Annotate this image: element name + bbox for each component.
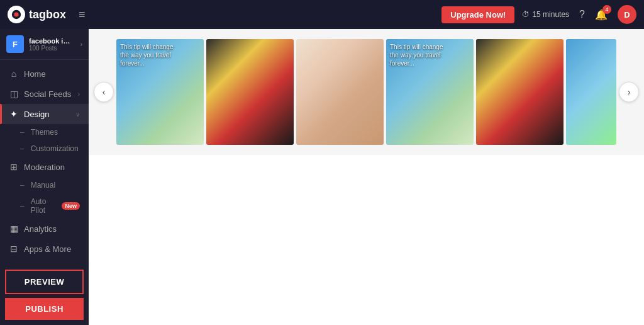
- sidebar-item-home[interactable]: ⌂ Home: [0, 64, 89, 84]
- design-chevron-icon: ∨: [75, 111, 80, 118]
- image-thumb-5[interactable]: [476, 39, 564, 145]
- sidebar-item-themes[interactable]: – Themes: [0, 124, 89, 140]
- sidebar-item-analytics[interactable]: ▦ Analytics: [0, 219, 89, 239]
- timer-item: ⏱ 15 minutes: [522, 10, 569, 19]
- nav-icon-group: ⏱ 15 minutes ? 🔔 4 D: [522, 5, 636, 24]
- user-avatar[interactable]: D: [618, 5, 636, 24]
- upgrade-button[interactable]: Upgrade Now!: [441, 6, 514, 23]
- main-layout: F facebook imper... 100 Posts › ⌂ Home ◫…: [0, 29, 644, 325]
- sidebar-item-social-feeds-label: Social Feeds: [24, 89, 73, 99]
- sidebar-item-home-label: Home: [24, 69, 80, 79]
- top-nav: tagbox ≡ Upgrade Now! ⏱ 15 minutes ? 🔔 4…: [0, 0, 644, 29]
- moderation-icon: ⊞: [9, 162, 19, 172]
- image-thumb-1[interactable]: This tip will change the way you travel …: [116, 39, 204, 145]
- image-thumb-2[interactable]: [206, 39, 294, 145]
- analytics-icon: ▦: [9, 224, 19, 234]
- social-feeds-icon: ◫: [9, 89, 19, 99]
- sidebar-item-autopilot-label: Auto Pilot: [31, 197, 57, 215]
- next-button[interactable]: ›: [619, 82, 639, 102]
- sidebar: F facebook imper... 100 Posts › ⌂ Home ◫…: [0, 29, 89, 325]
- notification-bell[interactable]: 🔔 4: [595, 9, 608, 21]
- account-chevron-icon: ›: [80, 41, 82, 48]
- notification-badge: 4: [602, 5, 611, 14]
- help-icon[interactable]: ?: [579, 9, 585, 20]
- sidebar-item-themes-label: Themes: [31, 128, 58, 137]
- logo-icon: [8, 6, 25, 23]
- logo-text: tagbox: [29, 8, 66, 21]
- design-icon: ✦: [9, 109, 19, 119]
- sidebar-item-moderation[interactable]: ⊞ Moderation: [0, 157, 89, 177]
- sidebar-item-analytics-label: Analytics: [24, 224, 80, 234]
- white-area: [89, 155, 644, 325]
- apps-more-icon: ⊟: [9, 244, 19, 254]
- image-1-overlay: This tip will change the way you travel …: [120, 43, 177, 67]
- logo: tagbox: [8, 6, 66, 23]
- sidebar-item-design-label: Design: [24, 110, 70, 119]
- svg-point-1: [14, 12, 18, 16]
- image-thumb-6[interactable]: [566, 39, 616, 145]
- account-name: facebook imper...: [29, 37, 75, 45]
- customization-dash: –: [20, 144, 25, 153]
- sidebar-item-manual-label: Manual: [31, 181, 55, 190]
- nav-section: ⌂ Home ◫ Social Feeds › ✦ Design ∨ – The…: [0, 60, 89, 263]
- account-info: facebook imper... 100 Posts: [29, 37, 75, 52]
- image-4-overlay: This tip will change the way you travel …: [390, 43, 447, 67]
- sidebar-item-manual[interactable]: – Manual: [0, 177, 89, 193]
- sidebar-item-moderation-label: Moderation: [24, 162, 80, 172]
- sidebar-item-autopilot[interactable]: – Auto Pilot New: [0, 193, 89, 219]
- themes-dash: –: [20, 128, 25, 137]
- image-strip: ‹ This tip will change the way you trave…: [89, 29, 644, 155]
- publish-button[interactable]: PUBLISH: [5, 298, 84, 320]
- account-header[interactable]: F facebook imper... 100 Posts ›: [0, 29, 89, 60]
- sidebar-item-apps-more-label: Apps & More: [24, 244, 80, 254]
- sidebar-item-apps-more[interactable]: ⊟ Apps & More: [0, 239, 89, 259]
- clock-icon: ⏱: [522, 10, 530, 19]
- sidebar-item-social-feeds[interactable]: ◫ Social Feeds ›: [0, 84, 89, 104]
- timer-text: 15 minutes: [532, 10, 569, 19]
- social-feeds-chevron-icon: ›: [78, 91, 80, 98]
- content-area: ‹ This tip will change the way you trave…: [89, 29, 644, 325]
- account-posts: 100 Posts: [29, 45, 75, 52]
- sidebar-bottom: PREVIEW PUBLISH: [0, 265, 89, 325]
- image-thumb-3[interactable]: [296, 39, 384, 145]
- new-badge: New: [62, 202, 80, 210]
- hamburger-icon[interactable]: ≡: [79, 8, 86, 21]
- home-icon: ⌂: [9, 69, 19, 79]
- autopilot-dash: –: [20, 202, 25, 210]
- sidebar-item-design[interactable]: ✦ Design ∨: [0, 104, 89, 124]
- manual-dash: –: [20, 181, 25, 190]
- sidebar-item-customization-label: Customization: [31, 144, 79, 153]
- sidebar-item-customization[interactable]: – Customization: [0, 140, 89, 157]
- images-container: This tip will change the way you travel …: [116, 39, 616, 145]
- image-thumb-4[interactable]: This tip will change the way you travel …: [386, 39, 474, 145]
- prev-button[interactable]: ‹: [94, 82, 114, 102]
- account-avatar: F: [6, 35, 24, 53]
- preview-button[interactable]: PREVIEW: [5, 270, 84, 294]
